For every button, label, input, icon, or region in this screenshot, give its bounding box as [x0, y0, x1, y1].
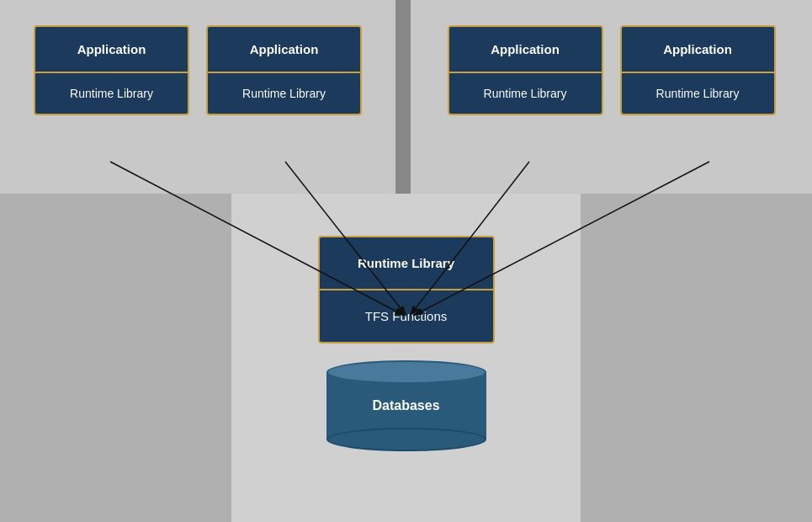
center-panel: Runtime Library TFS Functions Databases	[231, 194, 581, 522]
app-box-3-lib: Runtime Library	[449, 73, 602, 114]
app-box-4: Application Runtime Library	[620, 25, 776, 115]
top-left-panel: Application Runtime Library Application …	[0, 0, 395, 194]
app-box-2: Application Runtime Library	[206, 25, 362, 115]
central-tfs-label: TFS Functions	[320, 290, 493, 342]
db-label: Databases	[372, 398, 439, 413]
central-runtime-label: Runtime Library	[320, 237, 493, 290]
app-box-1-lib: Runtime Library	[35, 73, 188, 114]
app-box-1-title: Application	[35, 27, 188, 73]
app-box-3-title: Application	[449, 27, 602, 73]
database-cylinder: Databases	[326, 360, 486, 451]
top-divider	[395, 0, 411, 194]
database-container: Databases	[326, 360, 486, 451]
db-top	[326, 360, 486, 384]
app-box-4-title: Application	[622, 27, 774, 73]
central-runtime-box: Runtime Library TFS Functions	[318, 236, 495, 344]
app-box-2-title: Application	[208, 27, 360, 73]
bottom-section: Runtime Library TFS Functions Databases	[0, 194, 812, 522]
app-box-4-lib: Runtime Library	[622, 73, 774, 114]
top-right-panel: Application Runtime Library Application …	[411, 0, 812, 194]
top-section: Application Runtime Library Application …	[0, 0, 812, 194]
db-bottom	[326, 428, 486, 451]
app-box-2-lib: Runtime Library	[208, 73, 360, 114]
app-box-1: Application Runtime Library	[34, 25, 189, 115]
app-box-3: Application Runtime Library	[448, 25, 603, 115]
